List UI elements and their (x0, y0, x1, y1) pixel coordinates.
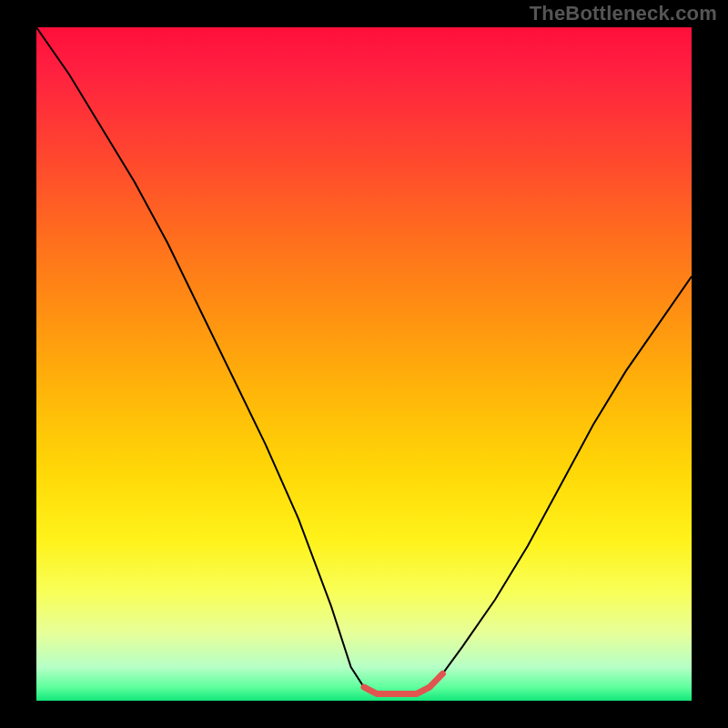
curve-layer (36, 27, 692, 701)
optimal-range-highlight (364, 673, 442, 693)
bottleneck-curve (36, 27, 692, 694)
chart-frame: TheBottleneck.com (0, 0, 728, 728)
watermark-text: TheBottleneck.com (530, 2, 717, 25)
plot-area (36, 27, 692, 701)
